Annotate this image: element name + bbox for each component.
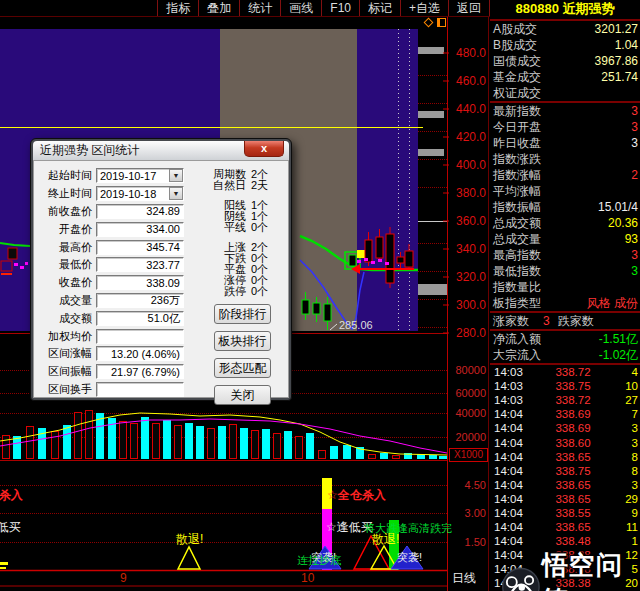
field-input[interactable]: 2019-10-17 ▼	[96, 168, 184, 183]
field-label: 最高价	[34, 240, 96, 255]
dialog-button[interactable]: 阶段排行	[214, 304, 271, 324]
volume-bar	[119, 421, 127, 459]
quote-row: 平均涨幅	[490, 183, 640, 199]
field-value: 324.89	[97, 205, 183, 217]
dialog-button[interactable]: 关闭	[214, 385, 271, 405]
menu-item[interactable]: 统计	[240, 0, 281, 16]
volume-bar	[273, 433, 281, 459]
tick-row: 14:04 338.69 7	[490, 407, 640, 421]
quote-row: 国债成交 3967.86	[490, 53, 640, 69]
volume-bar	[380, 453, 388, 459]
volume-bar	[141, 417, 149, 459]
field-input[interactable]: 2019-10-18 ▼	[96, 186, 184, 201]
chevron-down-icon[interactable]: ▼	[169, 169, 183, 182]
field-value: 13.20 (4.06%)	[97, 348, 183, 360]
field-row: 区间涨幅 13.20 (4.06%)	[34, 345, 194, 363]
stat-label: 自然日	[206, 180, 246, 191]
tick-row: 14:04 338.65 3	[490, 478, 640, 492]
advancers-count: 3	[543, 314, 550, 328]
field-row: 起始时间 2019-10-17 ▼	[34, 167, 194, 185]
field-input[interactable]: 51.0亿	[96, 311, 184, 326]
tick-row: 14:03 338.72 4	[490, 365, 640, 379]
marker-bar	[418, 111, 444, 118]
quote-rows-b: 最新指数 3 今日开盘 3 昨日收盘 3 指数涨跌 指数涨幅 2 平均涨幅 指数…	[490, 103, 640, 311]
field-value: 334.00	[97, 223, 183, 235]
volume-bar	[185, 423, 193, 459]
gridline	[418, 131, 447, 132]
field-input[interactable]: 21.97 (6.79%)	[96, 364, 184, 379]
field-input[interactable]	[96, 329, 184, 344]
menu-item[interactable]: 返回	[449, 0, 490, 16]
dialog-titlebar[interactable]: 近期强势 区间统计 x	[33, 141, 289, 160]
field-input[interactable]	[96, 382, 184, 397]
field-label: 最低价	[34, 257, 96, 272]
volume-bar	[356, 447, 364, 459]
signal-bottom-fish: 连拉抄底	[297, 554, 341, 567]
volume-bar	[13, 436, 21, 459]
field-input[interactable]: 334.00	[96, 222, 184, 237]
field-input[interactable]: 323.77	[96, 257, 184, 272]
field-label: 终止时间	[34, 186, 96, 201]
marker-line	[418, 221, 447, 222]
interval-stats-dialog: 近期强势 区间统计 x 起始时间 2019-10-17 ▼ 终止时间 2019-…	[30, 138, 292, 401]
quote-row: 净流入额 -1.51亿	[490, 331, 640, 347]
menu-item[interactable]: 画线	[281, 0, 322, 16]
field-value: 2019-10-18	[97, 188, 169, 200]
field-input[interactable]: 338.09	[96, 275, 184, 290]
field-row: 前收盘价 324.89	[34, 203, 194, 221]
draw-square-icon[interactable]	[437, 18, 446, 27]
tick-row: 14:04 338.69 3	[490, 421, 640, 435]
gridline	[418, 299, 447, 300]
signal-raid: 突袭!	[397, 551, 422, 564]
indicator-axis: 4.503.001.50	[450, 0, 487, 591]
menu-item[interactable]: +自选	[401, 0, 449, 16]
chevron-down-icon[interactable]: ▼	[169, 187, 183, 200]
gridline	[0, 485, 447, 486]
stat-row: 下跌 0个	[206, 253, 290, 264]
field-row: 区间振幅 21.97 (6.79%)	[34, 363, 194, 381]
gridline	[418, 159, 447, 160]
tick-row: 14:03 338.72 27	[490, 393, 640, 407]
menu-items: 指标叠加统计画线F10标记+自选返回	[157, 0, 490, 16]
menu-item[interactable]: 叠加	[199, 0, 240, 16]
advancers-decliners-row: 涨家数 3 跌家数	[490, 313, 640, 329]
field-row: 成交量 236万	[34, 292, 194, 310]
menu-item[interactable]: 标记	[360, 0, 401, 16]
menubar: 指标叠加统计画线F10标记+自选返回	[0, 0, 490, 17]
field-input[interactable]: 345.74	[96, 240, 184, 255]
field-row: 区间换手	[34, 381, 194, 399]
volume-bar	[152, 423, 160, 459]
alert-price-line[interactable]	[0, 127, 423, 128]
field-value: 323.77	[97, 259, 183, 271]
index-title[interactable]: 880880 近期强势	[490, 0, 640, 19]
volume-bar	[26, 426, 34, 459]
menu-item[interactable]: 指标	[157, 0, 199, 16]
draw-diamond-icon[interactable]	[424, 18, 434, 28]
field-input[interactable]: 236万	[96, 293, 184, 308]
field-input[interactable]: 13.20 (4.06%)	[96, 346, 184, 361]
period-label[interactable]: 日线	[452, 572, 486, 585]
x-axis-label: 10	[301, 572, 314, 585]
advancers-label: 涨家数	[493, 313, 529, 330]
volume-bar	[63, 425, 71, 459]
field-input[interactable]: 324.89	[96, 204, 184, 219]
tick-row: 14:04 338.55 9	[490, 506, 640, 520]
quote-rows-a: A股成交 3201.27 B股成交 1.04 国债成交 3967.86 基金成交…	[490, 21, 640, 101]
tick-row: 14:04 338.65 29	[490, 492, 640, 506]
gridline	[418, 243, 447, 244]
menu-item[interactable]: F10	[322, 0, 360, 16]
dialog-button[interactable]: 形态匹配	[214, 358, 271, 378]
stat-row: 自然日 2天	[206, 180, 290, 191]
dialog-button[interactable]: 板块排行	[214, 331, 271, 351]
tick-row: 14:04 338.65 11	[490, 520, 640, 534]
volume-bar	[262, 429, 270, 459]
field-label: 起始时间	[34, 168, 96, 183]
quote-row: 板指类型 风格 成份	[490, 295, 640, 311]
stat-row: 上涨 2个	[206, 242, 290, 253]
stat-label: 跌停	[206, 286, 246, 297]
highlight-region-right	[357, 29, 418, 331]
close-icon[interactable]: x	[244, 141, 284, 157]
volume-bar	[218, 426, 226, 459]
quote-row: 总成交量 93	[490, 231, 640, 247]
stat-value: 0个	[246, 286, 268, 297]
